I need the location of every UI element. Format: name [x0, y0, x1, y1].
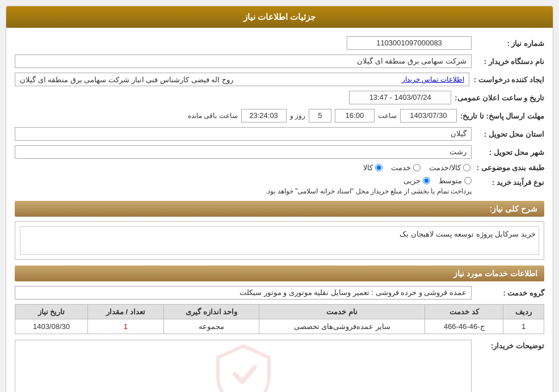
buyer-org-label: نام دستگاه خریدار : — [476, 57, 544, 66]
category-radio-kala-khedmat[interactable] — [463, 164, 470, 171]
need-number-label: شماره نیاز : — [476, 39, 544, 48]
category-option-khedmat[interactable]: خدمت — [391, 163, 421, 172]
purchase-radio-motawaset[interactable] — [464, 177, 472, 184]
province-label: استان محل تحویل : — [476, 130, 544, 138]
province-value: گیلان — [15, 127, 472, 141]
purchase-type-jozi[interactable]: جزیی — [404, 176, 430, 185]
col-date: تاریخ نیاز — [15, 305, 88, 319]
page-container: جزئیات اطلاعات نیاز شماره نیاز : 1103001… — [0, 0, 559, 392]
purchase-type-motawaset[interactable]: متوسط — [439, 176, 472, 185]
need-description-value: خرید سرکابل پروژه توسعه پست لاهیجان یک — [20, 226, 539, 255]
buyer-notes-label: توضیحات خریدار: — [476, 340, 544, 350]
creator-value: اطلاعات تماس خریدار روح اله فیضی کارشناس… — [15, 73, 469, 86]
services-header: اطلاعات خدمات مورد نیاز — [15, 265, 544, 281]
col-service-code: کد خدمت — [425, 305, 503, 319]
creator-row: ایجاد کننده درخواست : اطلاعات تماس خریدا… — [15, 73, 544, 86]
city-value: رشت — [15, 145, 472, 159]
purchase-note: پرداخت تمام یا بخشی از مبلغ خریداز محل "… — [266, 187, 472, 195]
service-group-label: گروه خدمت : — [476, 289, 544, 297]
category-option-kala-khedmat[interactable]: کالا/خدمت — [429, 163, 470, 172]
main-card: جزئیات اطلاعات نیاز شماره نیاز : 1103001… — [6, 6, 553, 392]
announce-row: تاریخ و ساعت اعلان عمومی: 1403/07/24 - 1… — [15, 91, 544, 104]
category-radio-khedmat[interactable] — [413, 164, 421, 171]
city-label: شهر محل تحویل : — [476, 148, 544, 157]
buyer-org-row: نام دستگاه خریدار : شرکت سهامی برق منطقه… — [15, 54, 544, 68]
announce-label: تاریخ و ساعت اعلان عمومی: — [455, 94, 544, 102]
col-service-name: نام خدمت — [259, 305, 425, 319]
deadline-time: 16:00 — [335, 109, 375, 123]
need-description-section: خرید سرکابل پروژه توسعه پست لاهیجان یک — [15, 221, 544, 260]
deadline-days: 5 — [309, 109, 331, 123]
buyer-notes-box: ↙ — [15, 340, 472, 392]
buyer-org-value: شرکت سهامی برق منطقه ای گیلان — [15, 54, 472, 68]
need-description-header: شرح کلی نیاز: — [15, 201, 544, 217]
announce-value: 1403/07/24 - 13:47 — [349, 91, 451, 104]
category-row: طبقه بندی موضوعی : کالا/خدمت خدمت کالا — [15, 163, 544, 172]
cell-rownum: 1 — [503, 319, 544, 334]
cell-quantity: 1 — [87, 319, 163, 334]
cell-service-name: سایر عمده‌فروشی‌های تخصصی — [259, 319, 425, 334]
category-option-kala[interactable]: کالا — [363, 163, 383, 172]
services-table: ردیف کد خدمت نام خدمت واحد اندازه گیری ت… — [15, 304, 544, 334]
col-rownum: ردیف — [503, 305, 544, 319]
need-number-row: شماره نیاز : 1103001097000083 — [15, 36, 544, 50]
remaining-label: ساعت باقی مانده — [188, 112, 238, 120]
page-title: جزئیات اطلاعات نیاز — [6, 6, 553, 28]
shield-watermark-icon — [209, 343, 278, 392]
category-label: طبقه بندی موضوعی : — [476, 163, 544, 172]
table-row: 1 ج-46-46-466 سایر عمده‌فروشی‌های تخصصی … — [15, 319, 544, 334]
deadline-row: مهلت ارسال پاسخ: تا تاریخ: 1403/07/30 سا… — [15, 109, 544, 123]
purchase-radio-jozi[interactable] — [423, 177, 430, 184]
purchase-options: متوسط جزیی پرداخت تمام یا بخشی از مبلغ خ… — [266, 176, 472, 195]
city-row: شهر محل تحویل : رشت — [15, 145, 544, 159]
service-group-row: گروه خدمت : عمده فروشی و خرده فروشی : تع… — [15, 286, 544, 300]
deadline-time-label: ساعت — [378, 112, 397, 120]
category-options: کالا/خدمت خدمت کالا — [363, 163, 470, 172]
province-row: استان محل تحویل : گیلان — [15, 127, 544, 141]
deadline-date: 1403/07/30 — [400, 109, 457, 123]
need-number-value: 1103001097000083 — [347, 36, 472, 50]
card-body: شماره نیاز : 1103001097000083 نام دستگاه… — [6, 28, 553, 392]
purchase-type-row: نوع فرآیند خرید : متوسط جزیی پرداخت تمام… — [15, 176, 544, 195]
purchase-radios: متوسط جزیی — [266, 176, 472, 185]
service-group-value: عمده فروشی و خرده فروشی : تعمیر وسایل نق… — [15, 286, 472, 300]
deadline-days-label: روز و — [290, 112, 305, 120]
creator-label: ایجاد کننده درخواست : — [474, 75, 544, 84]
services-table-body: 1 ج-46-46-466 سایر عمده‌فروشی‌های تخصصی … — [15, 319, 544, 334]
col-quantity: تعداد / مقدار — [87, 305, 163, 319]
cell-need-date: 1403/08/30 — [15, 319, 88, 334]
services-table-header-row: ردیف کد خدمت نام خدمت واحد اندازه گیری ت… — [15, 305, 544, 319]
cell-unit: مجموعه — [163, 319, 259, 334]
remaining-time: 23:24:03 — [241, 109, 287, 123]
services-table-head: ردیف کد خدمت نام خدمت واحد اندازه گیری ت… — [15, 305, 544, 319]
col-unit: واحد اندازه گیری — [163, 305, 259, 319]
contact-info-link[interactable]: اطلاعات تماس خریدار — [402, 75, 464, 83]
category-radio-kala[interactable] — [375, 164, 383, 171]
deadline-label: مهلت ارسال پاسخ: تا تاریخ: — [460, 112, 544, 120]
watermark-area: ↙ — [18, 343, 468, 392]
purchase-type-label: نوع فرآیند خرید : — [476, 176, 544, 187]
buyer-notes-row: توضیحات خریدار: ↙ — [15, 340, 544, 392]
cell-service-code: ج-46-46-466 — [425, 319, 503, 334]
